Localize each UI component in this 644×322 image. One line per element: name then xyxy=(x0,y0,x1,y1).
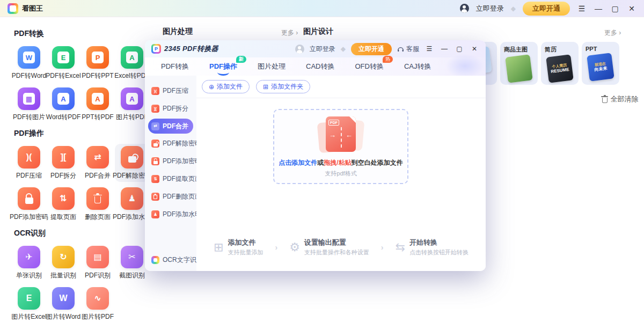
tile-label: 删除页面 xyxy=(85,213,111,222)
sidebar-tile[interactable]: ▤PDF识别 xyxy=(80,244,115,282)
sidebar-tile[interactable]: AWord转PDF xyxy=(46,85,80,123)
sidebar-tile[interactable]: 删除页面 xyxy=(80,185,115,223)
sidebar-tile[interactable]: ✈单张识别 xyxy=(12,244,46,282)
glyph-icon: E xyxy=(26,294,32,303)
modal-user-avatar[interactable] xyxy=(295,45,304,54)
user-avatar[interactable] xyxy=(460,4,469,13)
tile-label: PDF转图片 xyxy=(13,113,45,122)
modal-sidebar-item-PDF提取页面[interactable]: ⇅PDF提取页面 xyxy=(145,170,196,188)
sidebar-tile[interactable]: ♟PDF添加水印 xyxy=(115,185,149,223)
modal-sidebar-item-PDF删除页面[interactable]: PDF删除页面 xyxy=(145,188,196,206)
add-folder-button[interactable]: ⊞ 添加文件夹 xyxy=(256,80,310,93)
tile-label: 图片转PDF xyxy=(82,312,114,321)
design-card[interactable]: 商品主图 xyxy=(500,42,538,85)
sidebar-section-title: PDF操作 xyxy=(14,129,152,138)
folder-plus-icon: ⊞ xyxy=(263,84,268,90)
maximize-button[interactable]: ▢ xyxy=(610,5,620,12)
tab-CAD转换[interactable]: CAD转换 xyxy=(306,62,334,71)
PDF合并-icon: ⇄ xyxy=(151,122,159,130)
design-card[interactable]: 简历个人简历RESUME xyxy=(541,42,579,85)
sidebar-tile[interactable]: ▦PDF转图片 xyxy=(12,85,46,123)
modal-sidebar-item-PDF解除密码[interactable]: PDF解除密码 xyxy=(145,135,196,152)
sidebar-tile[interactable]: PDF添加密码 xyxy=(12,185,46,223)
tab-label: PDF操作 xyxy=(209,62,237,70)
tab-CAJ转换[interactable]: CAJ转换 xyxy=(404,62,431,71)
sidebar-tile[interactable]: ⇅提取页面 xyxy=(46,185,80,223)
modal-sidebar-item-PDF压缩[interactable]: )(PDF压缩 xyxy=(145,82,196,100)
glyph-icon: ▤ xyxy=(93,253,101,261)
tab-badge: 热 xyxy=(383,56,393,63)
单张识别-icon: ✈ xyxy=(18,246,40,268)
modal-logo-icon: P xyxy=(151,44,161,54)
PDF转图片-icon: ▦ xyxy=(18,87,40,110)
tile-label: 单张识别 xyxy=(16,271,42,280)
more-link-image-design[interactable]: 更多 › xyxy=(604,28,621,38)
tab-OFD转换[interactable]: OFD转换热 xyxy=(355,62,383,71)
menu-icon[interactable]: ☰ xyxy=(577,5,587,12)
step-text: 开始转换点击转换按钮开始转换 xyxy=(409,238,469,257)
modal-sidebar-item-PDF合并[interactable]: ⇄PDF合并 xyxy=(148,119,193,134)
提取页面-icon: ⇅ xyxy=(52,187,75,210)
tile-label: PDF转Word xyxy=(12,71,46,80)
modal-upgrade-button[interactable]: 立即开通 xyxy=(351,43,392,55)
unlock-icon xyxy=(153,143,158,147)
modal-maximize-button[interactable]: ▢ xyxy=(455,46,464,52)
glyph-icon: ♟ xyxy=(153,213,157,217)
sidebar-tile[interactable]: W图片转Word xyxy=(46,285,80,322)
modal-close-button[interactable]: ✕ xyxy=(470,46,479,52)
sidebar-tile[interactable]: )(PDF压缩 xyxy=(12,144,46,182)
sidebar-tile[interactable]: ][PDF拆分 xyxy=(46,144,80,182)
sidebar-tile[interactable]: PDF解除密码 xyxy=(115,144,149,182)
glyph-icon: ♟ xyxy=(128,194,136,203)
图片转Word-icon: W xyxy=(52,287,75,310)
unlock-icon xyxy=(128,156,136,163)
sidebar-tile[interactable]: ⇄PDF合并 xyxy=(80,144,115,182)
design-card[interactable]: PPT就现在向未来 xyxy=(582,42,619,85)
sidebar-tile[interactable]: EPDF转Excel xyxy=(46,44,80,82)
clear-all-button[interactable]: 全部清除 xyxy=(602,94,639,104)
glyph-icon: W xyxy=(59,294,67,303)
modal-sidebar-item-PDF拆分[interactable]: ][PDF拆分 xyxy=(145,100,196,118)
sidebar-tile[interactable]: A图片转PDF xyxy=(115,85,149,123)
more-link-image-processing[interactable]: 更多 › xyxy=(281,28,298,38)
sidebar-tile[interactable]: ↻批量识别 xyxy=(46,244,80,282)
file-dropzone[interactable]: PDF →← 点击添加文件或拖拽/粘贴到空白处添加文件 支持pdf格式 xyxy=(273,109,408,184)
login-button[interactable]: 立即登录 xyxy=(476,4,504,13)
PDF转PPT-icon: P xyxy=(86,46,109,69)
modal-menu-icon[interactable]: ☰ xyxy=(425,46,434,52)
support-button[interactable]: 客服 xyxy=(397,45,419,54)
sidebar-tile[interactable]: WPDF转Word xyxy=(12,44,46,82)
sidebar-tile[interactable]: PPDF转PPT xyxy=(80,44,115,82)
step-text: 添加文件支持批量添加 xyxy=(228,238,263,257)
modal-sidebar: )(PDF压缩][PDF拆分⇄PDF合并PDF解除密码PDF添加密码⇅PDF提取… xyxy=(145,76,196,271)
modal-minimize-button[interactable]: — xyxy=(440,46,449,52)
tab-图片处理[interactable]: 图片处理 xyxy=(258,62,286,71)
modal-sidebar-item-PDF添加密码[interactable]: PDF添加密码 xyxy=(145,152,196,170)
add-circle-icon: ⊕ xyxy=(209,84,214,90)
sidebar-tile[interactable]: ✂截图识别 xyxy=(115,244,149,282)
sidebar-tile[interactable]: AExcel转PDF xyxy=(115,44,149,82)
PDF识别-icon: ▤ xyxy=(86,246,109,268)
minimize-button[interactable]: — xyxy=(594,5,603,12)
sidebar-tile[interactable]: E图片转Excel xyxy=(12,285,46,322)
add-file-button[interactable]: ⊕ 添加文件 xyxy=(202,80,250,93)
app-title: 看图王 xyxy=(22,4,43,13)
tab-PDF转换[interactable]: PDF转换 xyxy=(161,62,189,71)
vip-gem-icon: ◆ xyxy=(511,5,516,12)
PDF转Excel-icon: E xyxy=(52,46,75,69)
modal-sidebar-item-PDF添加水印[interactable]: ♟PDF添加水印 xyxy=(145,206,196,223)
step-title: 设置输出配置 xyxy=(304,238,369,247)
tab-PDF操作[interactable]: PDF操作新 xyxy=(209,62,237,71)
upgrade-button[interactable]: 立即开通 xyxy=(523,2,570,16)
tile-label: 图片转Word xyxy=(46,312,80,321)
modal-login-button[interactable]: 立即登录 xyxy=(310,45,335,54)
workflow-steps: ⊞添加文件支持批量添加›⚙设置输出配置支持批量操作和各种设置›⇆开始转换点击转换… xyxy=(196,238,486,257)
glyph-icon: ⇄ xyxy=(153,124,157,128)
modal-sidebar-ocr-item[interactable]: OCR文字识别 xyxy=(151,255,203,265)
sidebar-tile[interactable]: APPT转PDF xyxy=(80,85,115,123)
thumb-text: 向未来 xyxy=(594,66,608,73)
close-button[interactable]: ✕ xyxy=(627,5,636,12)
icon-inner-box: A xyxy=(92,93,104,105)
icon-inner-box: A xyxy=(57,93,69,105)
sidebar-tile[interactable]: ∿图片转PDF xyxy=(80,285,115,322)
